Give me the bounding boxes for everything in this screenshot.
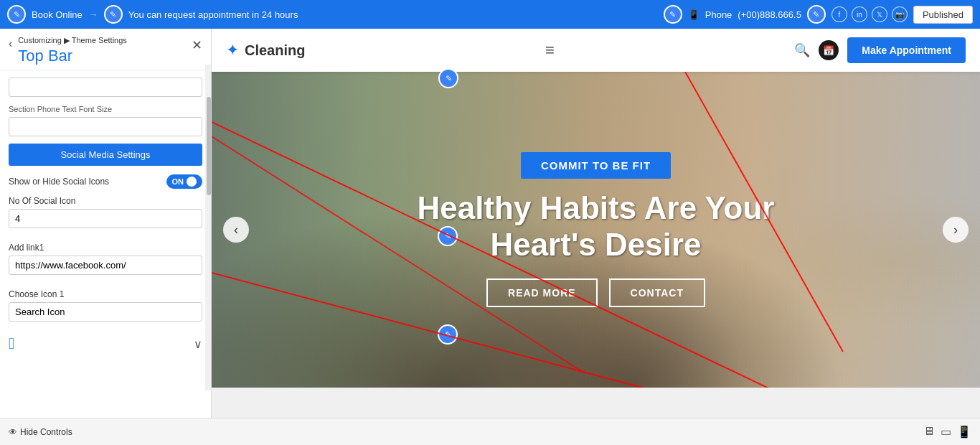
facebook-social-icon[interactable]: f: [831, 6, 847, 22]
phone-number: (+00)888.666.5: [738, 9, 801, 20]
preview-nav: ✎ ✦ Cleaning ≡ 🔍 📅 Make Appointment: [212, 29, 980, 72]
sidebar-header: ‹ Customizing ▶ Theme Settings Top Bar ✕: [0, 29, 211, 70]
nav-logo: ✦ Cleaning: [226, 41, 305, 60]
appointment-button[interactable]: Make Appointment: [847, 37, 966, 63]
read-more-button[interactable]: READ MORE: [486, 278, 598, 307]
social-icons: f in 𝕏 📷: [831, 6, 908, 22]
content-area: ✎ ✦ Cleaning ≡ 🔍 📅 Make Appointment ✎ ✎: [212, 29, 980, 418]
edit-appointment-text-btn[interactable]: ✎: [104, 5, 123, 24]
book-online-label: Book Online: [32, 9, 83, 20]
icon-preview-row:  ∨: [9, 334, 202, 353]
hide-icon: 👁: [9, 427, 17, 437]
twitter-social-icon[interactable]: 𝕏: [872, 6, 887, 22]
linkedin-social-icon[interactable]: in: [852, 6, 867, 22]
phone-icon: 📱: [688, 9, 699, 20]
hero-section: ✎ ✎ COMMIT TO BE FIT Healthy Habits Are …: [212, 72, 980, 388]
choose-icon-input[interactable]: [9, 302, 202, 322]
phone-font-size-input[interactable]: [9, 117, 202, 136]
toggle-switch[interactable]: ON: [166, 174, 203, 189]
social-media-settings-button[interactable]: Social Media Settings: [9, 144, 202, 166]
mobile-icon[interactable]: 📱: [957, 425, 971, 439]
top-bar-left: ✎ Book Online → ✎ You can request appoin…: [7, 5, 298, 24]
hero-title: Healthy Habits Are Your Heart's Desire: [418, 190, 775, 263]
nav-menu-icon[interactable]: ≡: [545, 41, 555, 60]
add-link-field: Add link1: [9, 243, 202, 282]
top-bar: ✎ Book Online → ✎ You can request appoin…: [0, 0, 980, 29]
calendar-icon[interactable]: 📅: [819, 40, 839, 60]
arrow-icon: →: [88, 9, 98, 20]
nav-edit-button[interactable]: ✎: [438, 68, 458, 88]
hero-prev-arrow[interactable]: ‹: [223, 217, 249, 243]
appointment-text: You can request appointment in 24 hours: [128, 9, 298, 20]
contact-button[interactable]: CONTACT: [609, 278, 705, 307]
chevron-down-icon[interactable]: ∨: [194, 337, 202, 351]
sidebar: ‹ Customizing ▶ Theme Settings Top Bar ✕…: [0, 29, 212, 418]
sidebar-body: Section Phone Text Font Size Social Medi…: [0, 70, 211, 418]
section-phone-label: Section Phone Text Font Size: [9, 104, 202, 114]
show-hide-toggle-row: Show or Hide Social Icons ON: [9, 174, 202, 189]
hero-next-arrow[interactable]: ›: [943, 217, 969, 243]
bottom-bar: 👁 Hide Controls 🖥 ▭ 📱: [0, 418, 980, 445]
bottom-icons: 🖥 ▭ 📱: [923, 425, 971, 439]
edit-book-online-btn[interactable]: ✎: [7, 5, 26, 24]
add-link-label: Add link1: [9, 243, 202, 253]
phone-label: Phone: [705, 9, 732, 20]
sidebar-title-area: Customizing ▶ Theme Settings Top Bar: [18, 36, 186, 65]
sidebar-breadcrumb: Customizing ▶ Theme Settings: [18, 36, 186, 45]
logo-icon: ✦: [226, 41, 239, 60]
hero-edit-bottom-btn[interactable]: ✎: [438, 324, 458, 345]
hero-edit-left-btn[interactable]: ✎: [438, 226, 458, 246]
choose-icon-label: Choose Icon 1: [9, 289, 202, 299]
no-social-input[interactable]: [9, 209, 202, 228]
facebook-icon-preview: : [9, 334, 14, 353]
sidebar-scrollbar-thumb: [207, 97, 211, 195]
no-social-field: No Of Social Icon: [9, 196, 202, 235]
show-hide-label: Show or Hide Social Icons: [9, 177, 109, 187]
hide-controls-button[interactable]: 👁 Hide Controls: [9, 427, 72, 437]
commit-button[interactable]: COMMIT TO BE FIT: [521, 152, 671, 179]
edit-phone-btn[interactable]: ✎: [664, 5, 682, 24]
instagram-social-icon[interactable]: 📷: [892, 6, 908, 22]
sidebar-back-button[interactable]: ‹: [9, 36, 12, 50]
published-button[interactable]: Published: [913, 6, 973, 24]
add-link-input[interactable]: [9, 256, 202, 275]
sidebar-scrollbar[interactable]: [205, 65, 211, 390]
sidebar-close-button[interactable]: ✕: [192, 37, 202, 53]
nav-right: 🔍 📅 Make Appointment: [794, 37, 966, 63]
logo-text: Cleaning: [245, 42, 305, 59]
desktop-icon[interactable]: 🖥: [923, 425, 935, 439]
hero-buttons: READ MORE CONTACT: [418, 278, 775, 307]
nav-search-icon[interactable]: 🔍: [794, 42, 810, 58]
main-layout: ‹ Customizing ▶ Theme Settings Top Bar ✕…: [0, 29, 980, 418]
hero-content: COMMIT TO BE FIT Healthy Habits Are Your…: [418, 152, 775, 307]
toggle-circle: [187, 177, 197, 187]
no-social-label: No Of Social Icon: [9, 196, 202, 206]
choose-icon-field: Choose Icon 1  ∨: [9, 289, 202, 353]
font-size-top-input[interactable]: [9, 78, 202, 97]
top-bar-right: ✎ 📱 Phone (+00)888.666.5 ✎ f in 𝕏 📷 Publ…: [664, 5, 973, 24]
edit-social-btn[interactable]: ✎: [807, 5, 826, 24]
tablet-icon[interactable]: ▭: [941, 425, 951, 439]
sidebar-main-title: Top Bar: [18, 47, 186, 65]
